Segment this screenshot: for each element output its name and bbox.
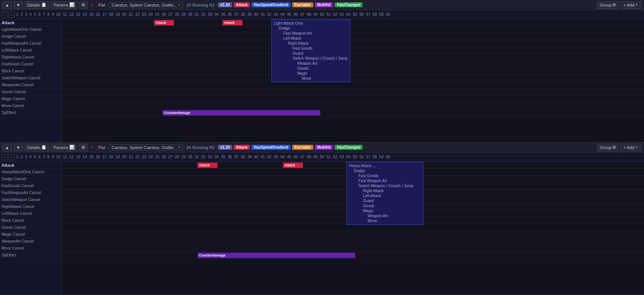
frame2-13[interactable]: 13 <box>75 155 81 159</box>
collapse-up-btn-2[interactable]: ▲ <box>2 144 12 151</box>
frame2-31[interactable]: 31 <box>194 155 200 159</box>
frame2-27[interactable]: 27 <box>167 155 173 159</box>
frame2-26[interactable]: 26 <box>161 155 167 159</box>
attack-bar-2b[interactable]: Attack <box>283 163 303 168</box>
frame2-56[interactable]: 56 <box>359 155 365 159</box>
attack-tag-2[interactable]: Attack <box>234 145 250 150</box>
frame-20[interactable]: 20 <box>121 12 127 17</box>
frame2-24[interactable]: 24 <box>148 155 154 159</box>
frame-55[interactable]: 55 <box>352 12 358 17</box>
frame2-25[interactable]: 25 <box>154 155 160 159</box>
frame2-18[interactable]: 18 <box>108 155 114 159</box>
frame2-11[interactable]: 11 <box>62 155 68 159</box>
frame-33[interactable]: 33 <box>207 12 213 17</box>
frame2-35[interactable]: 35 <box>220 155 226 159</box>
frame-40[interactable]: 40 <box>253 12 259 17</box>
frame2-49[interactable]: 49 <box>313 155 318 159</box>
frame2-52[interactable]: 52 <box>332 155 338 159</box>
attack-bar-1b[interactable]: Attack <box>222 20 243 25</box>
frame2-9[interactable]: 9 <box>51 155 55 159</box>
frame-15[interactable]: 15 <box>89 12 94 17</box>
frame-19[interactable]: 19 <box>115 12 120 17</box>
frame-41[interactable]: 41 <box>260 12 266 17</box>
add-btn-1[interactable]: + Add ▼ <box>620 1 642 9</box>
frame2-20[interactable]: 20 <box>121 155 127 159</box>
attack-bar-1a[interactable]: Attack <box>154 20 174 25</box>
frame-46[interactable]: 46 <box>293 12 299 17</box>
frame-35[interactable]: 35 <box>220 12 226 17</box>
weapon-dropdown-2[interactable]: Caestus, Spiked Caestus, Grafte... ▼ <box>109 144 183 151</box>
frame2-40[interactable]: 40 <box>253 155 259 159</box>
frame2-1[interactable]: 1 <box>15 155 19 159</box>
frame-1[interactable]: 1 <box>15 12 19 17</box>
frame-57[interactable]: 57 <box>365 12 371 17</box>
frame-52[interactable]: 52 <box>332 12 338 17</box>
layout-btn-2[interactable]: ⊞ <box>79 144 88 151</box>
params-btn-2[interactable]: Params 📊 <box>51 144 77 151</box>
frame-38[interactable]: 38 <box>240 12 246 17</box>
frame-11[interactable]: 11 <box>62 12 68 17</box>
attack-tag-1[interactable]: Attack <box>234 2 250 7</box>
frame2-7[interactable]: 7 <box>42 155 46 159</box>
frame2-28[interactable]: 28 <box>174 155 180 159</box>
frame-39[interactable]: 39 <box>247 12 253 17</box>
next-frame-btn-1[interactable]: › <box>8 12 15 18</box>
attack-bar-2a[interactable]: Attack <box>197 163 217 168</box>
counterdamage-bar-2[interactable]: Counterdamage <box>197 253 355 258</box>
close-btn-2[interactable]: × <box>89 145 94 150</box>
frame-22[interactable]: 22 <box>135 12 141 17</box>
frame-4[interactable]: 4 <box>29 12 33 17</box>
frame2-37[interactable]: 37 <box>233 155 239 159</box>
frame2-21[interactable]: 21 <box>128 155 134 159</box>
frame2-2[interactable]: 2 <box>20 155 24 159</box>
frame2-46[interactable]: 46 <box>293 155 299 159</box>
frame2-42[interactable]: 42 <box>266 155 272 159</box>
frame-27[interactable]: 27 <box>167 12 173 17</box>
frame2-12[interactable]: 12 <box>69 155 74 159</box>
frame2-51[interactable]: 51 <box>326 155 331 159</box>
frame2-44[interactable]: 44 <box>279 155 285 159</box>
frame2-48[interactable]: 48 <box>306 155 312 159</box>
version-tag-1[interactable]: v1.10 <box>218 2 232 7</box>
prev-frame-btn-1[interactable]: ‹ <box>2 12 8 18</box>
frame-54[interactable]: 54 <box>346 12 351 17</box>
frame-48[interactable]: 48 <box>306 12 312 17</box>
frame2-36[interactable]: 36 <box>227 155 233 159</box>
frame-37[interactable]: 37 <box>233 12 239 17</box>
frame-31[interactable]: 31 <box>194 12 200 17</box>
frame-58[interactable]: 58 <box>372 12 378 17</box>
speed-tag-1[interactable]: HasSpeedGradient <box>251 2 290 7</box>
frame-2[interactable]: 2 <box>20 12 24 17</box>
collapse-down-btn-2[interactable]: ▼ <box>13 144 23 151</box>
frame-14[interactable]: 14 <box>82 12 88 17</box>
frame-13[interactable]: 13 <box>75 12 81 17</box>
frame2-30[interactable]: 30 <box>187 155 193 159</box>
frame2-41[interactable]: 41 <box>260 155 266 159</box>
frame-28[interactable]: 28 <box>174 12 180 17</box>
parriable-tag-2[interactable]: Parriable <box>292 145 313 150</box>
frame-44[interactable]: 44 <box>279 12 285 17</box>
frame-29[interactable]: 29 <box>181 12 186 17</box>
frame2-16[interactable]: 16 <box>95 155 101 159</box>
frame-25[interactable]: 25 <box>154 12 160 17</box>
frame-53[interactable]: 53 <box>339 12 345 17</box>
frame-16[interactable]: 16 <box>95 12 101 17</box>
frame2-4[interactable]: 4 <box>29 155 33 159</box>
frame-10[interactable]: 10 <box>55 12 61 17</box>
frame-60[interactable]: 60 <box>385 12 391 17</box>
frame-43[interactable]: 43 <box>273 12 279 17</box>
frame2-5[interactable]: 5 <box>33 155 37 159</box>
frame2-19[interactable]: 19 <box>115 155 120 159</box>
layout-btn-1[interactable]: ⊞ <box>79 1 88 9</box>
group-btn-1[interactable]: Group ⊞ <box>597 1 619 9</box>
frame2-38[interactable]: 38 <box>240 155 246 159</box>
frame2-23[interactable]: 23 <box>141 155 147 159</box>
frame-51[interactable]: 51 <box>326 12 331 17</box>
frame-5[interactable]: 5 <box>33 12 37 17</box>
frame2-54[interactable]: 54 <box>346 155 351 159</box>
params-btn-1[interactable]: Params 📊 <box>51 1 77 9</box>
frame2-17[interactable]: 17 <box>102 155 107 159</box>
frame-7[interactable]: 7 <box>42 12 46 17</box>
frame-9[interactable]: 9 <box>51 12 55 17</box>
add-btn-2[interactable]: + Add ▼ <box>620 144 642 151</box>
